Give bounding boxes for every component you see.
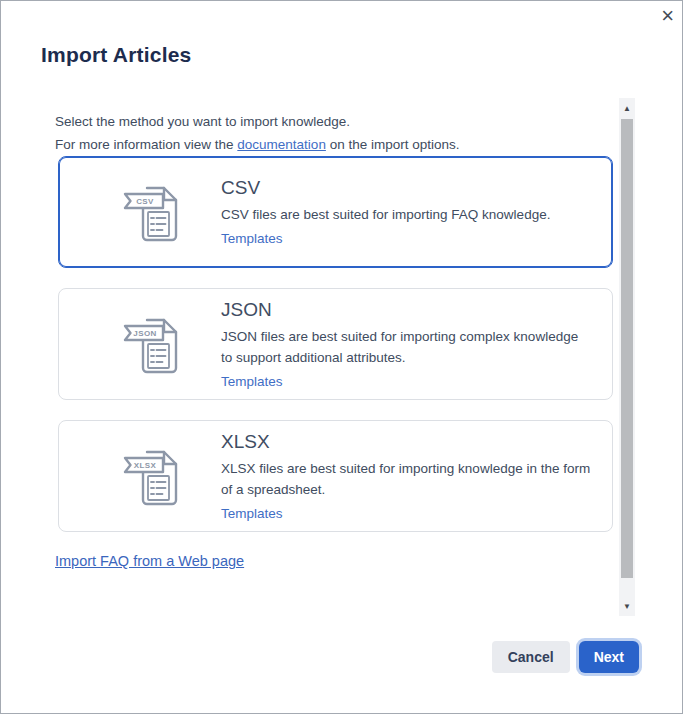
svg-text:XLSX: XLSX [134,461,157,470]
dialog-title: Import Articles [41,43,682,67]
method-title: CSV [221,177,550,199]
intro-line-2: For more information view the documentat… [55,133,619,156]
intro-line-2-prefix: For more information view the [55,137,237,152]
templates-link[interactable]: Templates [221,506,283,521]
method-description-line: of a spreadsheet. [221,479,590,500]
intro-line-2-suffix: on the import options. [326,137,460,152]
import-faq-web-page-link[interactable]: Import FAQ from a Web page [55,553,244,569]
templates-link[interactable]: Templates [221,374,283,389]
import-method-card-xlsx[interactable]: XLSX XLSX XLSX files are best suited for… [58,420,613,532]
svg-text:JSON: JSON [133,329,156,338]
next-button[interactable]: Next [579,641,639,673]
scroll-up-icon[interactable]: ▲ [619,98,635,118]
json-file-icon: JSON [119,310,191,378]
method-title: JSON [221,299,578,321]
templates-link[interactable]: Templates [221,231,283,246]
scrollbar[interactable]: ▲ ▼ [619,98,635,616]
dialog-body: Select the method you want to import kno… [41,98,635,616]
method-title: XLSX [221,431,590,453]
import-method-card-csv[interactable]: CSV CSV CSV files are best suited for im… [58,156,613,268]
dialog-footer: Cancel Next [492,641,639,673]
intro-line-1: Select the method you want to import kno… [55,110,619,133]
intro-text: Select the method you want to import kno… [55,110,619,156]
svg-text:CSV: CSV [136,197,154,206]
cancel-button[interactable]: Cancel [492,641,570,673]
method-description-line: to support additional attributes. [221,347,578,368]
method-description-line: CSV files are best suited for importing … [221,204,550,225]
import-method-card-json[interactable]: JSON JSON JSON files are best suited for… [58,288,613,400]
close-icon[interactable]: × [661,3,674,29]
method-description-line: XLSX files are best suited for importing… [221,458,590,479]
documentation-link[interactable]: documentation [237,137,326,152]
scroll-down-icon[interactable]: ▼ [619,596,635,616]
xlsx-file-icon: XLSX [119,442,191,510]
import-articles-dialog: { "dialog": { "title": "Import Articles"… [0,0,683,714]
method-description-line: JSON files are best suited for importing… [221,326,578,347]
csv-file-icon: CSV [119,178,191,246]
scrollbar-thumb[interactable] [621,119,633,578]
